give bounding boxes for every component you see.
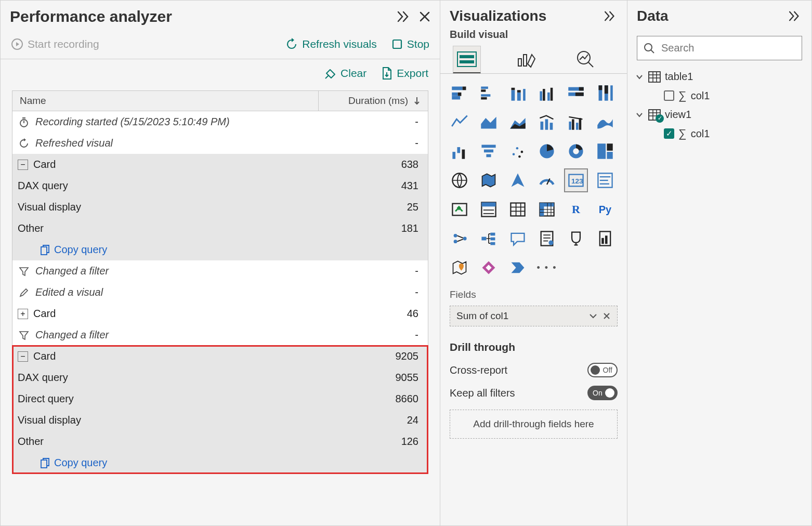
table-row[interactable]: Other126 (12, 431, 428, 452)
viz-azure-map[interactable] (507, 169, 529, 191)
viz-gauge[interactable] (536, 169, 558, 191)
svg-point-100 (645, 44, 652, 51)
viz-kpi[interactable] (449, 199, 470, 220)
drill-through-dropzone[interactable]: Add drill-through fields here (450, 410, 618, 439)
search-box[interactable] (637, 36, 802, 60)
viz-decomposition-tree[interactable] (478, 228, 500, 249)
data-panel: Data table1 ∑ col1 ✓ view1 ✓ (627, 0, 812, 526)
viz-line-stacked-column[interactable] (536, 111, 558, 133)
viz-area[interactable] (478, 111, 500, 133)
viz-more[interactable]: • • • (536, 257, 558, 279)
viz-stacked-bar-100[interactable] (565, 82, 587, 104)
viz-line-clustered-column[interactable] (565, 111, 587, 133)
viz-table[interactable] (507, 199, 529, 220)
viz-clustered-column[interactable] (536, 82, 558, 104)
viz-stacked-area[interactable] (507, 111, 529, 133)
copy-query-link[interactable]: Copy query (18, 457, 107, 469)
table-row: Copy query (12, 452, 428, 474)
viz-matrix[interactable] (536, 199, 558, 220)
viz-stacked-bar[interactable] (449, 82, 470, 104)
drill-through-title: Drill through (440, 333, 627, 359)
viz-power-automate[interactable] (507, 257, 529, 279)
table-row[interactable]: Recording started (5/15/2023 5:10:49 PM)… (12, 111, 428, 133)
viz-qa[interactable] (507, 228, 529, 249)
chevron-down-icon[interactable] (635, 112, 644, 118)
expand-icon[interactable]: + (18, 309, 28, 319)
build-visual-tab[interactable] (453, 46, 481, 74)
viz-clustered-bar[interactable] (478, 82, 500, 104)
table-row[interactable]: Changed a filter - (12, 324, 428, 346)
table-row[interactable]: DAX query431 (12, 175, 428, 196)
viz-donut[interactable] (565, 140, 587, 162)
viz-map[interactable] (449, 169, 470, 191)
viz-ribbon[interactable] (594, 111, 616, 133)
search-input[interactable] (660, 42, 795, 55)
clear-button[interactable]: Clear (324, 67, 366, 80)
table-row[interactable]: Edited a visual - (12, 282, 428, 303)
viz-stacked-column[interactable] (507, 82, 529, 104)
viz-slicer[interactable] (478, 199, 500, 220)
field-pill-label: Sum of col1 (456, 310, 584, 322)
viz-filled-map[interactable] (478, 169, 500, 191)
table-row[interactable]: −Card 638 (12, 154, 428, 175)
chevron-down-icon[interactable] (635, 74, 644, 80)
expand-icon[interactable] (789, 11, 802, 21)
field-pill[interactable]: Sum of col1 (450, 306, 618, 326)
stop-button[interactable]: Stop (391, 38, 429, 50)
checkbox-checked[interactable]: ✓ (664, 128, 674, 139)
table-row[interactable]: Visual display24 (12, 410, 428, 431)
table-row[interactable]: +Card 46 (12, 303, 428, 324)
collapse-icon[interactable]: − (18, 351, 28, 362)
start-recording-button[interactable]: Start recording (11, 38, 99, 50)
table-row[interactable]: DAX query9055 (12, 367, 428, 388)
viz-line[interactable] (449, 111, 470, 133)
chevron-down-icon[interactable] (589, 313, 597, 319)
viz-stacked-column-100[interactable] (594, 82, 616, 104)
tree-view1-col1[interactable]: ✓ ∑ col1 (635, 124, 804, 143)
viz-python[interactable]: Py (594, 199, 616, 220)
export-button[interactable]: Export (381, 67, 428, 80)
expand-icon[interactable] (397, 11, 412, 22)
col-name-header[interactable]: Name (12, 91, 319, 111)
viz-key-influencers[interactable] (449, 228, 470, 249)
tree-table1-col1[interactable]: ∑ col1 (635, 86, 804, 106)
tree-table1[interactable]: table1 (635, 68, 804, 86)
table-row[interactable]: Visual display25 (12, 196, 428, 218)
remove-field-icon[interactable] (603, 312, 611, 320)
table-row[interactable]: Other181 (12, 218, 428, 239)
viz-card[interactable]: 123 (565, 169, 587, 191)
keep-filters-toggle[interactable]: On (587, 386, 618, 400)
viz-narrative[interactable] (536, 228, 558, 249)
svg-rect-36 (605, 85, 608, 94)
copy-query-link[interactable]: Copy query (18, 244, 107, 256)
viz-goals[interactable] (565, 228, 587, 249)
cross-report-label: Cross-report (450, 364, 507, 376)
viz-r[interactable]: R (565, 199, 587, 220)
table-row[interactable]: Direct query8660 (12, 388, 428, 410)
analytics-tab[interactable] (571, 46, 599, 74)
col-duration-header[interactable]: Duration (ms) (319, 91, 428, 111)
expand-icon[interactable] (604, 11, 618, 21)
tree-label: col1 (691, 90, 710, 102)
format-visual-tab[interactable] (512, 46, 540, 74)
viz-arcgis-map[interactable] (449, 257, 470, 279)
viz-pie[interactable] (536, 140, 558, 162)
refresh-visuals-button[interactable]: Refresh visuals (285, 38, 377, 50)
close-icon[interactable] (419, 11, 430, 22)
viz-treemap[interactable] (594, 140, 616, 162)
svg-rect-21 (512, 88, 515, 90)
table-row[interactable]: −Card 9205 (12, 346, 428, 367)
table-row[interactable]: Changed a filter - (12, 260, 428, 282)
viz-funnel[interactable] (478, 140, 500, 162)
viz-power-apps[interactable] (478, 257, 500, 279)
tree-view1[interactable]: ✓ view1 (635, 106, 804, 124)
cross-report-toggle[interactable]: Off (587, 363, 618, 377)
viz-waterfall[interactable] (449, 140, 470, 162)
table-row[interactable]: Refreshed visual - (12, 133, 428, 154)
collapse-icon[interactable]: − (18, 160, 28, 170)
viz-multi-row-card[interactable] (594, 169, 616, 191)
checkbox-unchecked[interactable] (664, 90, 674, 101)
viz-scatter[interactable] (507, 140, 529, 162)
table-icon (648, 71, 661, 83)
viz-paginated-report[interactable] (594, 228, 616, 249)
